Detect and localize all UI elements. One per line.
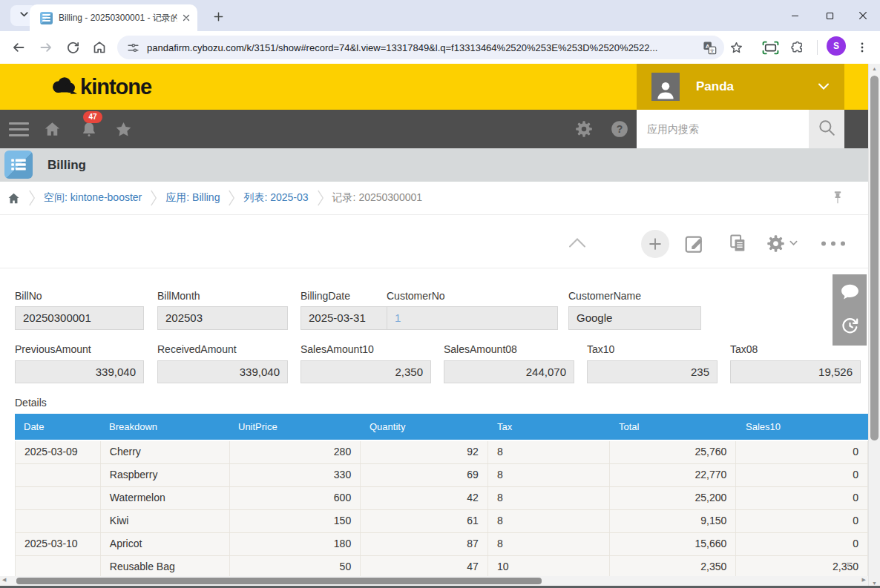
table-cell: 2,350 bbox=[610, 556, 737, 578]
table-cell: 25,760 bbox=[610, 441, 737, 463]
svg-text:文: 文 bbox=[710, 47, 715, 53]
toolbar-divider-line bbox=[0, 268, 868, 268]
browser-menu-icon[interactable] bbox=[855, 40, 870, 55]
vertical-scrollbar-thumb[interactable] bbox=[870, 76, 879, 440]
breadcrumb-current: 记录: 20250300001 bbox=[332, 191, 422, 205]
breadcrumb-home-icon[interactable] bbox=[7, 192, 20, 205]
gear-dropdown-chevron-icon[interactable] bbox=[789, 240, 798, 246]
window-minimize-button[interactable] bbox=[778, 0, 812, 31]
record-detail-area: BillNo20250300001BillMonth202503BillingD… bbox=[0, 215, 868, 588]
field-label: BillNo bbox=[15, 290, 42, 302]
svg-text:?: ? bbox=[617, 123, 623, 135]
reload-button[interactable] bbox=[65, 40, 80, 55]
kintone-logo[interactable]: kintone bbox=[49, 75, 151, 99]
details-table-header: DateBreakdownUnitPriceQuantityTaxTotalSa… bbox=[15, 414, 868, 440]
table-cell: 9,150 bbox=[610, 510, 737, 532]
back-button[interactable] bbox=[11, 40, 26, 55]
table-cell: Cherry bbox=[101, 441, 230, 463]
new-tab-button[interactable] bbox=[209, 7, 227, 25]
in-app-search-input[interactable] bbox=[637, 110, 809, 148]
field-value: 339,040 bbox=[15, 360, 144, 383]
home-button[interactable] bbox=[92, 40, 107, 55]
breadcrumb-separator-icon bbox=[317, 188, 324, 208]
table-row: Kiwi1506189,1500 bbox=[16, 510, 867, 533]
field-label: SalesAmount08 bbox=[444, 343, 517, 355]
url-text: pandafirm.cybozu.com/k/3151/show#record=… bbox=[147, 42, 681, 53]
history-icon[interactable] bbox=[833, 316, 867, 336]
breadcrumb-link[interactable]: 空间: kintone-booster bbox=[44, 191, 142, 205]
field-label: CustomerNo bbox=[387, 290, 445, 302]
billing-app-icon[interactable] bbox=[4, 151, 33, 179]
comments-icon[interactable] bbox=[833, 283, 867, 301]
browser-toolbar: pandafirm.cybozu.com/k/3151/show#record=… bbox=[0, 31, 880, 64]
table-cell: 69 bbox=[361, 464, 488, 486]
address-bar[interactable]: pandafirm.cybozu.com/k/3151/show#record=… bbox=[117, 36, 724, 59]
table-cell: Watermelon bbox=[101, 487, 230, 509]
duplicate-record-button[interactable] bbox=[727, 233, 748, 254]
table-cell bbox=[16, 487, 101, 509]
kintone-logo-text: kintone bbox=[80, 75, 151, 99]
breadcrumb-items: 空间: kintone-booster应用: Billing列表: 2025-0… bbox=[20, 188, 422, 208]
notifications-bell-icon[interactable] bbox=[80, 121, 98, 139]
pin-icon[interactable] bbox=[833, 189, 843, 209]
column-header: UnitPrice bbox=[229, 414, 361, 440]
table-cell: 61 bbox=[361, 510, 488, 532]
table-cell: 0 bbox=[736, 441, 867, 463]
table-cell: 600 bbox=[230, 487, 361, 509]
column-header: Sales10 bbox=[737, 414, 868, 440]
app-title: Billing bbox=[47, 148, 86, 182]
hamburger-menu-icon[interactable] bbox=[9, 122, 29, 140]
edit-record-button[interactable] bbox=[683, 233, 706, 255]
more-options-icon[interactable] bbox=[821, 241, 846, 246]
table-cell: 87 bbox=[361, 533, 488, 555]
horizontal-scrollbar-thumb[interactable] bbox=[16, 578, 542, 584]
window-close-button[interactable] bbox=[846, 0, 880, 31]
table-cell: 15,660 bbox=[610, 533, 737, 555]
collapse-chevron-icon[interactable] bbox=[567, 237, 588, 248]
field-label: Tax08 bbox=[730, 343, 758, 355]
browser-tab[interactable]: Billing - 20250300001 - 记录的 bbox=[30, 4, 197, 31]
table-cell bbox=[16, 464, 101, 486]
scroll-down-arrow-icon[interactable]: ▼ bbox=[869, 581, 880, 586]
user-menu[interactable]: Panda bbox=[637, 64, 844, 110]
window-maximize-button[interactable] bbox=[812, 0, 847, 31]
screenshot-tool-icon[interactable] bbox=[761, 40, 779, 55]
scroll-up-arrow-icon[interactable]: ▲ bbox=[869, 66, 880, 71]
favorites-star-icon[interactable] bbox=[114, 120, 133, 139]
field-label: BillingDate bbox=[301, 290, 350, 302]
bookmark-star-icon[interactable] bbox=[729, 40, 743, 55]
table-row: 2025-03-10Apricot18087815,6600 bbox=[16, 533, 867, 556]
details-table-body: 2025-03-09Cherry28092825,7600Raspberry33… bbox=[15, 441, 868, 579]
table-row: 2025-03-09Cherry28092825,7600 bbox=[16, 441, 867, 464]
site-settings-icon[interactable] bbox=[127, 42, 139, 54]
user-name: Panda bbox=[696, 79, 734, 94]
help-icon[interactable]: ? bbox=[610, 119, 629, 139]
table-cell: 280 bbox=[230, 441, 361, 463]
portal-home-icon[interactable] bbox=[43, 120, 62, 139]
field-label: PreviousAmount bbox=[15, 343, 91, 355]
scroll-right-arrow-icon[interactable]: ▶ bbox=[862, 577, 866, 583]
field-value[interactable]: 1 bbox=[387, 306, 558, 330]
field-value: 202503 bbox=[157, 306, 288, 330]
record-settings-gear-icon[interactable] bbox=[766, 234, 786, 254]
column-header: Tax bbox=[488, 414, 610, 440]
table-cell: 47 bbox=[361, 556, 488, 578]
tab-close-icon[interactable] bbox=[181, 13, 191, 23]
forward-button[interactable] bbox=[39, 40, 53, 55]
add-record-button[interactable] bbox=[641, 230, 669, 258]
scroll-left-arrow-icon[interactable]: ◀ bbox=[2, 577, 6, 583]
settings-gear-icon[interactable] bbox=[574, 119, 594, 139]
vertical-scrollbar[interactable]: ▲ ▼ bbox=[868, 64, 880, 588]
translate-icon[interactable]: A文 bbox=[703, 41, 717, 55]
browser-profile-avatar[interactable]: S bbox=[827, 36, 846, 56]
toolbar-divider bbox=[817, 40, 818, 55]
field-value: 244,070 bbox=[444, 360, 574, 383]
breadcrumb-link[interactable]: 列表: 2025-03 bbox=[243, 191, 308, 205]
horizontal-scrollbar[interactable]: ◀ ▶ bbox=[0, 576, 868, 586]
notification-count-badge: 47 bbox=[83, 111, 102, 123]
breadcrumb-link[interactable]: 应用: Billing bbox=[165, 191, 220, 205]
kintone-cloud-icon bbox=[49, 75, 79, 99]
extensions-puzzle-icon[interactable] bbox=[790, 40, 805, 55]
search-button[interactable] bbox=[809, 110, 844, 148]
column-header: Breakdown bbox=[100, 414, 229, 440]
